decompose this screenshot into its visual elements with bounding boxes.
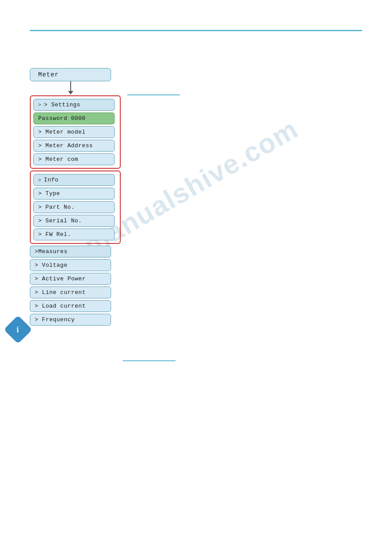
- load-current-node[interactable]: > Load current: [30, 300, 111, 312]
- meter-address-label: > Meter Address: [38, 142, 93, 149]
- settings-group: > > Settings Password 0000 > Meter model…: [30, 95, 121, 169]
- info-label: Info: [44, 177, 58, 183]
- voltage-node[interactable]: > Voltage: [30, 259, 111, 271]
- measures-label: Measures: [38, 248, 67, 255]
- load-current-label: > Load current: [35, 303, 86, 309]
- info-diamond-shape: i: [4, 315, 32, 344]
- serial-no-label: > Serial No.: [38, 218, 82, 224]
- top-right-link-line: [127, 94, 180, 95]
- settings-label: > Settings: [44, 102, 80, 108]
- password-node[interactable]: Password 0000: [33, 112, 115, 124]
- measures-section: > Measures > Voltage > Active Power > Li…: [30, 246, 121, 326]
- meter-com-node[interactable]: > Meter com: [33, 153, 115, 165]
- info-chevron-icon: >: [38, 178, 41, 183]
- info-icon-container[interactable]: i: [8, 319, 28, 340]
- password-label: Password 0000: [38, 115, 86, 122]
- line-current-label: > Line current: [35, 289, 86, 296]
- fw-rel-node[interactable]: > FW Rel.: [33, 229, 115, 240]
- meter-address-node[interactable]: > Meter Address: [33, 140, 115, 152]
- info-header-node[interactable]: > Info: [33, 174, 115, 186]
- part-no-label: > Part No.: [38, 204, 75, 210]
- type-node[interactable]: > Type: [33, 188, 115, 200]
- tree-container: Meter > > Settings Password 0000 > Meter…: [30, 68, 121, 326]
- info-group: > Info > Type > Part No. > Serial No. > …: [30, 170, 121, 244]
- measures-chevron-icon: >: [35, 248, 38, 255]
- fw-rel-label: > FW Rel.: [38, 231, 71, 238]
- tree-arrow-down: [30, 81, 111, 95]
- top-decorative-line: [30, 30, 362, 31]
- part-no-node[interactable]: > Part No.: [33, 201, 115, 213]
- measures-header-node[interactable]: > Measures: [30, 246, 111, 258]
- serial-no-node[interactable]: > Serial No.: [33, 215, 115, 227]
- mid-decorative-line: [123, 360, 176, 361]
- meter-com-label: > Meter com: [38, 156, 78, 163]
- active-power-node[interactable]: > Active Power: [30, 273, 111, 285]
- meter-model-node[interactable]: > Meter model: [33, 126, 115, 138]
- settings-chevron-icon: >: [38, 102, 41, 108]
- frequency-node[interactable]: > Frequency: [30, 314, 111, 326]
- meter-root-node[interactable]: Meter: [30, 68, 111, 81]
- info-diamond-symbol: i: [17, 325, 19, 334]
- line-current-node[interactable]: > Line current: [30, 287, 111, 298]
- voltage-label: > Voltage: [35, 262, 68, 268]
- type-label: > Type: [38, 190, 60, 197]
- meter-model-label: > Meter model: [38, 129, 86, 135]
- settings-header-node[interactable]: > > Settings: [33, 99, 115, 111]
- frequency-label: > Frequency: [35, 316, 75, 323]
- active-power-label: > Active Power: [35, 276, 86, 282]
